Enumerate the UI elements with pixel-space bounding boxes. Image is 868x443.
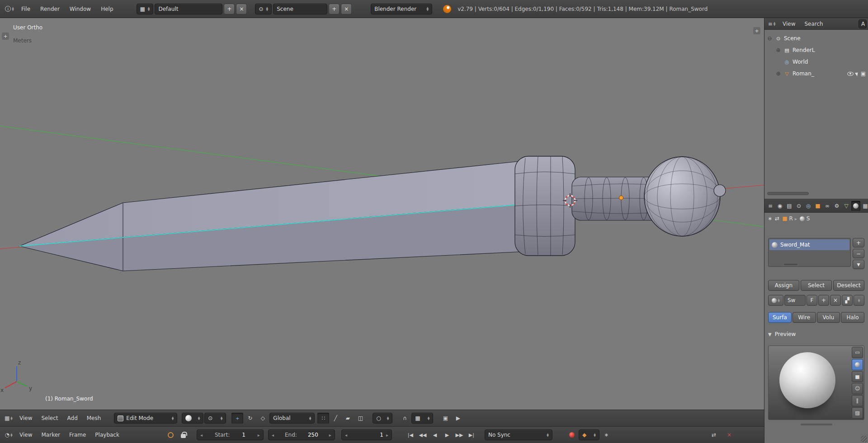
jump-to-end-button[interactable]: ▶| (466, 429, 477, 440)
preview-cube-button[interactable]: ■ (852, 371, 863, 382)
modifiers-tab-icon[interactable]: ⚙ (832, 201, 841, 211)
new-material-button[interactable]: + (818, 295, 829, 306)
delete-scene-button[interactable]: × (341, 4, 352, 14)
fake-user-button[interactable]: F (807, 295, 817, 306)
selectability-cursor-icon[interactable] (855, 71, 859, 76)
delete-keyframe-button[interactable]: × (723, 429, 735, 440)
outliner-item-world[interactable]: ◎ World (764, 56, 868, 68)
type-surface-button[interactable]: Surfa (768, 312, 792, 323)
frame-end-field[interactable]: ◂ End: 250 ▸ (268, 429, 335, 440)
jump-to-start-button[interactable]: |◀ (405, 429, 416, 440)
object-tab-icon[interactable]: ■ (813, 201, 822, 211)
outliner-item-renderlayers[interactable]: ⊕ ▤ RenderL (764, 44, 868, 56)
texture-tab-icon[interactable]: ▦ (861, 201, 868, 211)
render-engine-dropdown[interactable]: Blender Render (371, 4, 432, 14)
limit-selection-visible-button[interactable]: ◫ (354, 413, 366, 424)
timeline-menu-playback[interactable]: Playback (91, 430, 123, 439)
rotate-manipulator-button[interactable]: ↻ (244, 413, 256, 424)
deselect-button[interactable]: Deselect (833, 280, 864, 291)
window-resize-grip[interactable] (861, 436, 867, 442)
lock-time-cursor-button[interactable] (178, 429, 189, 440)
edge-select-mode-button[interactable]: ╱ (330, 413, 341, 424)
select-button[interactable]: Select (801, 280, 832, 291)
browse-material-button[interactable] (768, 295, 783, 306)
decrement-arrow[interactable]: ◂ (272, 433, 274, 438)
screen-layout-field[interactable]: Default (155, 4, 222, 14)
viewport-shading-dropdown[interactable] (182, 413, 203, 424)
preview-panel-header[interactable]: ▼ Preview (768, 331, 864, 337)
outliner-menu-view[interactable]: View (778, 19, 799, 28)
pivot-center-dropdown[interactable]: ⊙ (204, 413, 226, 424)
snap-toggle-button[interactable]: ∩ (399, 413, 410, 424)
data-tab-icon[interactable]: ▽ (842, 201, 851, 211)
menu-file[interactable]: File (17, 5, 34, 14)
outliner-horizontal-scrollbar[interactable] (767, 192, 809, 195)
translate-manipulator-button[interactable]: ＋ (231, 413, 243, 424)
type-volume-button[interactable]: Volu (817, 312, 840, 323)
editor-type-button-outliner[interactable]: ≡ (766, 19, 778, 29)
type-halo-button[interactable]: Halo (841, 312, 864, 323)
type-wire-button[interactable]: Wire (793, 312, 816, 323)
mode-dropdown[interactable]: Edit Mode (114, 413, 177, 424)
view3d-menu-view[interactable]: View (15, 414, 36, 423)
unlink-material-button[interactable]: × (830, 295, 841, 306)
scene-field[interactable]: Scene (273, 4, 327, 14)
editor-type-button-timeline[interactable]: ◔ (3, 429, 14, 440)
editor-type-button-3dview[interactable]: ▦ (3, 413, 14, 424)
material-specials-button[interactable]: ▼ (853, 260, 864, 269)
delete-layout-button[interactable]: × (236, 4, 247, 14)
editor-type-button-properties[interactable]: ≡ (766, 201, 775, 211)
timeline-menu-view[interactable]: View (15, 430, 36, 439)
nodes-toggle-button[interactable]: ▞ (842, 295, 853, 306)
breadcrumb-material[interactable]: S (800, 215, 810, 222)
material-name-field[interactable]: Sw (784, 295, 806, 306)
view3d-menu-add[interactable]: Add (63, 414, 82, 423)
current-frame-field[interactable]: ◂ 1 ▸ (341, 429, 392, 440)
panel-drag-handle[interactable] (801, 424, 832, 425)
view3d-menu-select[interactable]: Select (37, 414, 62, 423)
view3d-menu-mesh[interactable]: Mesh (83, 414, 105, 423)
increment-arrow[interactable]: ▸ (329, 433, 331, 438)
use-preview-range-button[interactable] (165, 429, 177, 440)
renderability-camera-icon[interactable]: ▣ (861, 70, 866, 77)
frame-start-field[interactable]: ◂ Start: 1 ▸ (197, 429, 264, 440)
opengl-render-button[interactable]: ▣ (439, 413, 451, 424)
timeline-menu-marker[interactable]: Marker (37, 430, 64, 439)
properties-region-expand-icon[interactable]: + (753, 27, 760, 34)
scale-manipulator-button[interactable]: ◇ (257, 413, 269, 424)
list-resize-grip[interactable] (784, 264, 797, 265)
scene-tab-icon[interactable]: ⊙ (794, 201, 803, 211)
expand-icon[interactable]: ⊕ (775, 47, 781, 53)
timeline-menu-frame[interactable]: Frame (65, 430, 90, 439)
toolshelf-expand-icon[interactable]: + (2, 33, 9, 40)
preview-monkey-button[interactable]: ☺ (852, 383, 863, 394)
outliner-display-dropdown[interactable]: A (859, 19, 867, 28)
sword-mesh[interactable] (19, 156, 726, 271)
outliner-menu-search[interactable]: Search (800, 19, 827, 28)
scene-browse-button[interactable]: ⊙ (255, 4, 272, 14)
preview-sphere-button[interactable] (852, 359, 863, 370)
next-keyframe-button[interactable]: ▶▶ (453, 429, 465, 440)
scene-canvas[interactable]: z x y (0, 18, 764, 410)
constraints-tab-icon[interactable]: ∞ (823, 201, 832, 211)
decrement-arrow[interactable]: ◂ (200, 433, 203, 438)
expand-icon[interactable]: ⊕ (775, 70, 781, 77)
snap-element-dropdown[interactable]: ▦ (411, 413, 433, 424)
face-select-mode-button[interactable]: ▰ (342, 413, 354, 424)
add-scene-button[interactable]: + (329, 4, 340, 14)
screen-layout-browse-button[interactable]: ▦ (137, 4, 154, 14)
sync-mode-dropdown[interactable]: No Sync (485, 429, 552, 440)
datablock-extra-button[interactable] (854, 295, 864, 306)
outliner-item-roman-sword[interactable]: ⊕ ▽ Roman_ ▣ (764, 68, 868, 79)
keying-set-dropdown[interactable]: ◆ (579, 429, 599, 440)
preview-flat-button[interactable]: ▭ (852, 347, 863, 358)
material-slot-list[interactable]: Sword_Mat (768, 238, 851, 267)
breadcrumb-object[interactable]: ■ R ▸ (782, 215, 797, 222)
insert-keyframe-button[interactable]: ∗ (600, 429, 612, 440)
material-slot-item[interactable]: Sword_Mat (769, 239, 849, 250)
remove-material-slot-button[interactable]: − (853, 249, 864, 258)
render-layers-tab-icon[interactable]: ▤ (785, 201, 794, 211)
visibility-eye-icon[interactable] (847, 72, 854, 76)
material-tab-icon[interactable] (851, 201, 860, 211)
viewport-3d[interactable]: z x y User Ortho Meters (1) Roman_Sword … (0, 18, 764, 410)
